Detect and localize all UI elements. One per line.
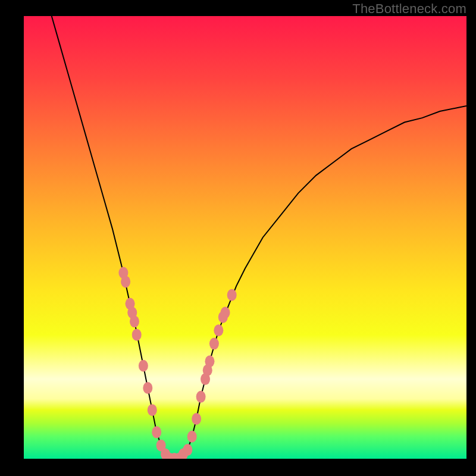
data-marker (132, 329, 142, 341)
data-marker (187, 431, 197, 443)
curve-line (42, 16, 466, 459)
data-marker (152, 426, 161, 438)
plot-area (24, 16, 466, 459)
data-marker (130, 315, 139, 327)
data-marker (214, 324, 223, 336)
data-markers (118, 267, 236, 459)
bottleneck-curve (24, 16, 466, 459)
data-marker (183, 444, 192, 456)
data-marker (121, 275, 130, 287)
data-marker (143, 382, 152, 394)
data-marker (221, 306, 230, 318)
data-marker (148, 404, 157, 416)
data-marker (209, 338, 219, 350)
data-marker (139, 360, 148, 372)
chart-frame: TheBottleneck.com (0, 0, 476, 476)
watermark-text: TheBottleneck.com (352, 1, 466, 17)
data-marker (196, 391, 206, 403)
data-marker (227, 289, 237, 301)
data-marker (205, 355, 214, 367)
data-marker (192, 413, 201, 425)
